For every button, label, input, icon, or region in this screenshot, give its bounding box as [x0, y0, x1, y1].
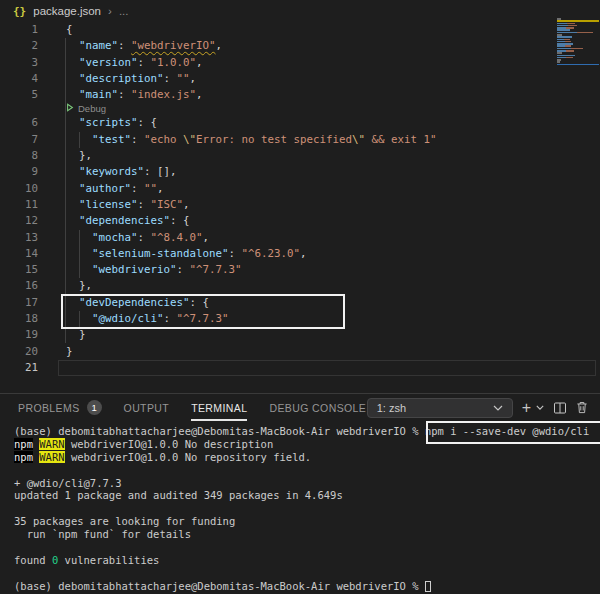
code-text: "scripts": {	[66, 115, 157, 131]
code-line-1[interactable]: 1{	[0, 22, 600, 38]
code-line-18[interactable]: 18 "@wdio/cli": "^7.7.3"	[0, 311, 600, 327]
minimap[interactable]	[557, 18, 599, 66]
code-token: :	[131, 133, 144, 146]
terminal-line: (base) debomitabhattacharjee@Debomitas-M…	[0, 425, 600, 438]
code-token: "^7.7.3"	[177, 312, 229, 325]
terminal-line: (base) debomitabhattacharjee@Debomitas-M…	[0, 580, 600, 593]
line-number: 14	[0, 246, 38, 262]
code-line-17[interactable]: 17 "devDependencies": {	[0, 295, 600, 311]
code-text: "description": "",	[66, 71, 196, 87]
code-line-8[interactable]: 8 },	[0, 148, 600, 164]
code-line-7[interactable]: 7 "test": "echo \"Error: no test specifi…	[0, 132, 600, 148]
code-line-15[interactable]: 15 "webdriverio": "^7.7.3"	[0, 262, 600, 278]
codelens-label[interactable]: Debug	[78, 103, 106, 115]
tab-output[interactable]: OUTPUT	[124, 402, 170, 414]
code-line-10[interactable]: 10 "author": "",	[0, 181, 600, 197]
tab-problems[interactable]: PROBLEMS1	[18, 400, 102, 415]
new-terminal-button[interactable]: +	[522, 401, 531, 415]
code-token: "dependencies"	[79, 214, 170, 227]
code-text: "author": "",	[66, 181, 164, 197]
code-token: "author"	[79, 182, 131, 195]
code-token: :	[164, 312, 177, 325]
line-number: 7	[0, 132, 38, 148]
code-text: "selenium-standalone": "^6.23.0",	[66, 246, 307, 262]
kill-terminal-trash-icon[interactable]	[576, 401, 588, 414]
terminal-line: found 0 vulnerabilities	[0, 554, 600, 567]
play-icon	[66, 103, 74, 115]
code-text: "license": "ISC",	[66, 197, 190, 213]
code-token	[66, 39, 79, 52]
terminal-line: run `npm fund` for details	[0, 528, 600, 541]
code-line-20[interactable]: 20}	[0, 344, 600, 360]
code-text: "devDependencies": {	[66, 295, 209, 311]
terminal-line	[0, 502, 600, 515]
code-token: : {	[138, 116, 158, 129]
code-line-12[interactable]: 12 "dependencies": {	[0, 213, 600, 229]
terminal-text: 35 packages are looking for funding	[14, 515, 235, 527]
line-number: 8	[0, 148, 38, 164]
code-token: "test"	[92, 133, 131, 146]
code-text: "dependencies": {	[66, 213, 190, 229]
terminal-output[interactable]: (base) debomitabhattacharjee@Debomitas-M…	[0, 420, 600, 594]
code-text: "test": "echo \"Error: no test specified…	[66, 132, 437, 148]
code-line-9[interactable]: 9 "keywords": [],	[0, 164, 600, 180]
terminal-text: (base) debomitabhattacharjee@Debomitas-M…	[14, 580, 425, 592]
code-token: "keywords"	[79, 165, 144, 178]
code-token	[66, 182, 79, 195]
code-line-16[interactable]: 16 },	[0, 278, 600, 294]
code-line-4[interactable]: 4 "description": "",	[0, 71, 600, 87]
split-terminal-icon[interactable]	[553, 401, 567, 415]
terminal-text: updated 1 package and audited 349 packag…	[14, 489, 343, 501]
code-token: ,	[216, 39, 223, 52]
code-token	[66, 296, 79, 309]
launch-profile-chevron-icon[interactable]	[536, 405, 544, 410]
plus-icon: +	[522, 401, 531, 415]
line-number: 17	[0, 295, 38, 311]
breadcrumb-separator-icon: ›	[108, 5, 112, 17]
shell-select[interactable]: 1: zsh	[367, 398, 513, 418]
editor[interactable]: 1{2 "name": "webdriverIO",3 "version": "…	[0, 22, 600, 393]
code-token: "selenium-standalone"	[92, 247, 229, 260]
line-number: 11	[0, 197, 38, 213]
code-token: ,	[183, 198, 190, 211]
code-token: "webdriverIO"	[131, 39, 216, 52]
code-line-13[interactable]: 13 "mocha": "^8.4.0",	[0, 230, 600, 246]
code-text: "@wdio/cli": "^7.7.3"	[66, 311, 229, 327]
vscode-window: {} package.json › ... 1{2 "name": "webdr…	[0, 0, 600, 594]
code-text: "name": "webdriverIO",	[66, 38, 222, 54]
code-token: :	[131, 182, 144, 195]
tab-terminal[interactable]: TERMINAL	[191, 402, 247, 414]
code-line-14[interactable]: 14 "selenium-standalone": "^6.23.0",	[0, 246, 600, 262]
line-number: 4	[0, 71, 38, 87]
terminal-controls: 1: zsh +	[367, 398, 588, 418]
code-token: ,	[196, 56, 203, 69]
tab-label: TERMINAL	[191, 402, 247, 414]
code-line-3[interactable]: 3 "version": "1.0.0",	[0, 55, 600, 71]
breadcrumb-file[interactable]: package.json	[33, 5, 101, 17]
code-line-5[interactable]: 5 "main": "index.js",	[0, 87, 600, 103]
shell-select-value: 1: zsh	[377, 402, 406, 414]
code-token: "main"	[79, 88, 118, 101]
terminal-text: npm	[14, 451, 33, 463]
code-token: "scripts"	[79, 116, 138, 129]
code-line-2[interactable]: 2 "name": "webdriverIO",	[0, 38, 600, 54]
breadcrumb-tail[interactable]: ...	[119, 5, 129, 17]
code-line-6[interactable]: 6 "scripts": {	[0, 115, 600, 131]
code-token	[66, 198, 79, 211]
code-token: :	[177, 263, 190, 276]
code-line-11[interactable]: 11 "license": "ISC",	[0, 197, 600, 213]
code-token	[66, 56, 79, 69]
terminal-text: vulnerabilities	[58, 554, 159, 566]
breadcrumb: {} package.json › ...	[0, 0, 600, 22]
code-token	[66, 214, 79, 227]
code-token	[66, 72, 79, 85]
code-token: ,	[157, 182, 164, 195]
debug-codelens[interactable]: Debug	[66, 103, 600, 115]
code-token: "^7.7.3"	[190, 263, 242, 276]
code-token: "^8.4.0"	[151, 231, 203, 244]
code-line-19[interactable]: 19 }	[0, 327, 600, 343]
code-text: }	[66, 327, 86, 343]
line-number: 2	[0, 38, 38, 54]
line-number: 13	[0, 230, 38, 246]
tab-debug-console[interactable]: DEBUG CONSOLE	[269, 402, 366, 414]
